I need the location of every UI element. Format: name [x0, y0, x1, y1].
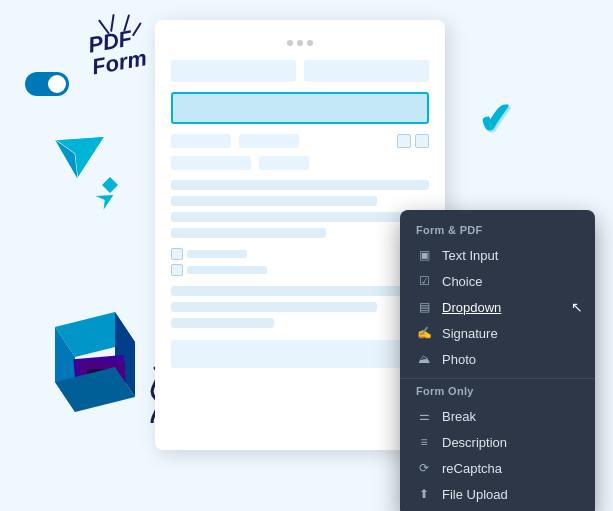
form-bottom-field[interactable]: [171, 340, 429, 368]
menu-item-dropdown-label: Dropdown: [442, 300, 501, 315]
menu-item-file-upload-label: File Upload: [442, 487, 508, 502]
menu-item-photo[interactable]: Photo: [400, 346, 595, 372]
background: PDF Form: [0, 0, 613, 511]
recaptcha-icon: [416, 460, 432, 476]
text-input-icon: [416, 247, 432, 263]
menu-item-signature-label: Signature: [442, 326, 498, 341]
form-section-checks: [171, 248, 429, 276]
menu-item-description[interactable]: Description: [400, 429, 595, 455]
svg-line-0: [109, 15, 117, 31]
cursor-icon: ↖: [571, 299, 583, 315]
menu-item-recaptcha-label: reCaptcha: [442, 461, 502, 476]
file-upload-icon: [416, 486, 432, 502]
form-section-lines: [171, 180, 429, 238]
pdf-form-label: PDF Form: [87, 26, 149, 79]
checkmark-icon: ✔: [476, 94, 515, 146]
small-checkbox-2[interactable]: [171, 264, 183, 276]
form-label-box-2: [239, 134, 299, 148]
break-icon: [416, 408, 432, 424]
choice-icon: [416, 273, 432, 289]
form-section-more-lines: [171, 286, 429, 328]
form-section-1: [171, 60, 429, 82]
description-icon: [416, 434, 432, 450]
dot-2: [297, 40, 303, 46]
menu-item-break[interactable]: Break: [400, 403, 595, 429]
menu-item-description-label: Description: [442, 435, 507, 450]
svg-marker-14: [102, 177, 118, 193]
menu-divider: [400, 378, 595, 379]
form-field-selected[interactable]: [171, 92, 429, 124]
signature-icon: [416, 325, 432, 341]
small-checkbox-1[interactable]: [171, 248, 183, 260]
menu-item-dropdown[interactable]: Dropdown ↖: [400, 294, 595, 320]
window-dots: [171, 40, 429, 46]
menu-item-break-label: Break: [442, 409, 476, 424]
menu-section-form-pdf: Form & PDF: [400, 224, 595, 242]
form-label-box-4: [259, 156, 309, 170]
form-field-2[interactable]: [304, 60, 429, 82]
toggle-circle: [48, 75, 66, 93]
menu-item-file-upload[interactable]: File Upload: [400, 481, 595, 507]
form-label-box-1: [171, 134, 231, 148]
menu-item-signature[interactable]: Signature: [400, 320, 595, 346]
dot-3: [307, 40, 313, 46]
menu-section-form-only: Form Only: [400, 385, 595, 403]
dot-1: [287, 40, 293, 46]
menu-item-text-input[interactable]: Text Input: [400, 242, 595, 268]
diamond-icon: [100, 175, 120, 199]
form-label-box-3: [171, 156, 251, 170]
photo-icon: [416, 351, 432, 367]
svg-line-3: [99, 19, 108, 34]
menu-item-photo-label: Photo: [442, 352, 476, 367]
menu-item-choice-label: Choice: [442, 274, 482, 289]
form-section-3: [171, 134, 429, 170]
menu-item-text-input-label: Text Input: [442, 248, 498, 263]
menu-item-recaptcha[interactable]: reCaptcha: [400, 455, 595, 481]
form-checkbox-b[interactable]: [415, 134, 429, 148]
dropdown-icon: [416, 299, 432, 315]
form-field-1[interactable]: [171, 60, 296, 82]
form-section-2: [171, 92, 429, 124]
svg-line-2: [132, 24, 143, 35]
toggle-switch[interactable]: [25, 72, 69, 96]
field-type-dropdown-menu[interactable]: Form & PDF Text Input Choice Dropdown ↖ …: [400, 210, 595, 511]
form-checkbox-a[interactable]: [397, 134, 411, 148]
svg-line-1: [122, 15, 131, 30]
menu-item-choice[interactable]: Choice: [400, 268, 595, 294]
